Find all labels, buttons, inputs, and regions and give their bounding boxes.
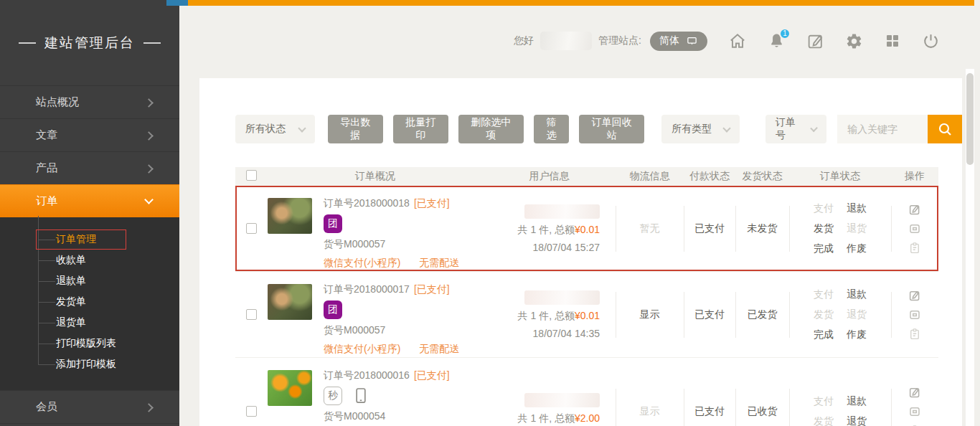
order-state-action[interactable]: 完成	[814, 242, 834, 255]
order-state-action[interactable]: 退款	[847, 395, 867, 408]
order-state-action[interactable]: 退款	[847, 288, 867, 301]
delivery-note-link[interactable]: 无需配送	[419, 257, 459, 270]
gear-icon	[845, 32, 863, 50]
edit-icon	[908, 203, 921, 216]
delivery-note-link[interactable]: 无需配送	[419, 343, 459, 356]
sidebar-item-members[interactable]: 会员	[0, 390, 179, 423]
submenu-item-order-management[interactable]: 订单管理	[0, 229, 179, 250]
order-info: 订单号2018000018 [已支付] 团 货号M000057 微信支付(小程序…	[324, 196, 459, 270]
logout-button[interactable]	[922, 32, 940, 50]
logistics-status-link[interactable]: 显示	[640, 308, 660, 321]
edit-order-button[interactable]	[908, 386, 921, 399]
payment-status: 已支付	[694, 405, 725, 418]
order-badges: 团	[324, 214, 459, 233]
print-icon	[908, 405, 921, 418]
order-state-action[interactable]: 退款	[847, 202, 867, 215]
quantity-summary: 共 1 件, 总额	[518, 412, 575, 424]
notifications-button[interactable]: 1	[768, 32, 786, 50]
submenu-item-refunds[interactable]: 退款单	[0, 270, 179, 291]
row-checkbox[interactable]	[246, 223, 257, 234]
monitor-icon	[686, 36, 698, 47]
sidebar-item-site-overview[interactable]: 站点概况	[0, 85, 179, 118]
top-strip-blue	[166, 0, 188, 6]
filter-button[interactable]: 筛选	[534, 115, 570, 143]
home-button[interactable]	[728, 32, 747, 50]
row-checkbox[interactable]	[246, 406, 257, 417]
order-state-actions: 支付退款发货退货	[814, 395, 867, 426]
edit-icon	[806, 32, 824, 50]
edit-site-button[interactable]	[806, 32, 824, 50]
scrollbar-track[interactable]	[966, 69, 974, 426]
chevron-down-icon	[298, 124, 306, 132]
chevron-down-icon	[144, 195, 154, 204]
sidebar-item-products[interactable]: 产品	[0, 151, 179, 184]
order-state-action[interactable]: 退货	[847, 415, 867, 426]
chevron-right-icon	[144, 403, 154, 412]
apps-button[interactable]	[884, 32, 901, 49]
export-data-button[interactable]: 导出数据	[328, 115, 383, 143]
logo-dash-left	[19, 42, 36, 44]
type-filter-dropdown[interactable]: 所有类型	[661, 115, 740, 143]
sidebar-item-articles[interactable]: 文章	[0, 118, 179, 151]
search-icon	[936, 120, 953, 138]
sidebar-item-label: 会员	[36, 400, 57, 414]
order-amount: ¥0.01	[575, 224, 600, 235]
search-button[interactable]	[928, 115, 962, 143]
submenu-item-returns[interactable]: 退货单	[0, 312, 179, 333]
submenu-label: 收款单	[56, 254, 86, 267]
batch-print-button[interactable]: 批量打印	[393, 115, 448, 143]
product-thumbnail[interactable]	[268, 198, 312, 234]
language-switch-button[interactable]: 简体	[650, 32, 707, 51]
print-icon	[908, 308, 921, 321]
print-order-button[interactable]	[908, 308, 921, 321]
clipboard-icon	[908, 328, 921, 341]
search-input[interactable]	[837, 115, 928, 143]
print-order-button[interactable]	[908, 405, 921, 418]
chevron-right-icon	[144, 164, 154, 174]
chevron-right-icon	[144, 131, 154, 141]
order-note-button[interactable]	[908, 328, 921, 341]
submenu-item-shipments[interactable]: 发货单	[0, 291, 179, 312]
order-state-action: 支付	[814, 202, 834, 215]
column-header-shipping-status: 发货状态	[735, 170, 789, 183]
product-thumbnail[interactable]	[268, 284, 312, 320]
print-order-button[interactable]	[908, 222, 921, 235]
scrollbar-thumb[interactable]	[966, 73, 974, 165]
settings-button[interactable]	[845, 32, 863, 50]
edit-order-button[interactable]	[908, 203, 921, 216]
redacted-customer-name	[524, 393, 600, 407]
submenu-label: 退货单	[56, 316, 86, 329]
order-state-action[interactable]: 发货	[814, 222, 834, 235]
submenu-item-add-print-template[interactable]: 添加打印模板	[0, 354, 179, 374]
logistics-status-link[interactable]: 暂无	[640, 222, 660, 235]
product-thumbnail[interactable]	[268, 370, 312, 406]
order-state-actions: 支付退款发货退货完成作废	[814, 202, 867, 255]
submenu-label: 退款单	[56, 275, 86, 288]
search-field-dropdown[interactable]: 订单号	[765, 115, 826, 143]
submenu-label: 添加打印模板	[56, 358, 116, 371]
order-info: 订单号2018000016 [已支付] 秒 货号M000054	[324, 368, 450, 426]
sidebar-item-label: 文章	[36, 128, 57, 142]
logistics-status-link[interactable]: 显示	[640, 405, 660, 418]
order-note-button[interactable]	[908, 242, 921, 255]
order-recycle-bin-button[interactable]: 订单回收站	[579, 115, 644, 143]
sidebar-item-orders[interactable]: 订单	[0, 184, 179, 217]
row-checkbox[interactable]	[246, 309, 257, 320]
order-state-action[interactable]: 完成	[814, 328, 834, 341]
sku-number: 货号M000057	[324, 237, 459, 252]
status-filter-dropdown[interactable]: 所有状态	[235, 115, 315, 143]
select-all-checkbox[interactable]	[246, 170, 257, 181]
submenu-item-receipts[interactable]: 收款单	[0, 250, 179, 270]
edit-order-button[interactable]	[908, 289, 921, 302]
main-content-card: 所有状态 导出数据 批量打印 删除选中项 筛选 订单回收站 所有类型 订单号 订…	[199, 78, 962, 426]
payment-method-link[interactable]: 微信支付(小程序)	[324, 343, 400, 356]
manage-site-label: 管理站点:	[598, 34, 641, 47]
submenu-label: 订单管理	[56, 233, 96, 246]
print-icon	[908, 222, 921, 235]
order-state-action[interactable]: 作废	[847, 328, 867, 341]
submenu-item-print-template-list[interactable]: 打印模版列表	[0, 333, 179, 354]
order-state-action[interactable]: 作废	[847, 242, 867, 255]
delete-selected-button[interactable]: 删除选中项	[458, 115, 524, 143]
payment-method-link[interactable]: 微信支付(小程序)	[324, 257, 400, 270]
notification-badge: 1	[779, 28, 791, 39]
